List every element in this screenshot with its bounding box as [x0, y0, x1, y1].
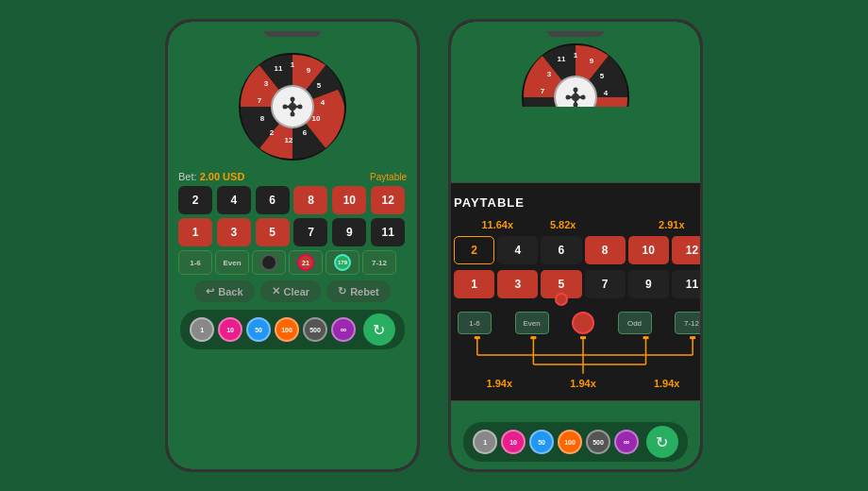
svg-rect-56: [690, 336, 695, 339]
bet-7-12[interactable]: 7-12: [362, 250, 396, 275]
paytable-bottom-multipliers: 1.94x 1.94x 1.94x: [454, 378, 703, 389]
chip-50[interactable]: 50: [246, 317, 271, 342]
svg-point-8: [291, 112, 295, 117]
clear-button[interactable]: ✕ Clear: [260, 280, 322, 302]
bet-grid-row1: 2 4 6 8 10 12: [178, 186, 407, 214]
paytable-modal: PAYTABLE × 11.64x 5.82x 2.91x 2 4 6 8 10: [448, 182, 703, 401]
svg-rect-53: [530, 336, 536, 339]
roulette-wheel: 1 9 5 4 10 6 12 2 8 7 3 11: [236, 50, 349, 163]
svg-text:3: 3: [264, 79, 269, 88]
multiplier-bottom-1: 1.94x: [487, 378, 513, 389]
rebet-button[interactable]: ↻ Rebet: [326, 280, 391, 302]
svg-point-6: [298, 105, 303, 110]
paytable-connection-lines: [454, 336, 703, 374]
chip-extra[interactable]: ∞: [331, 317, 356, 342]
grid-cell-9[interactable]: 9: [332, 218, 366, 246]
bet-amount: 2.00 USD: [200, 171, 245, 182]
phone1-screen: 1 9 5 4 10 6 12 2 8 7 3 11 Bet:: [168, 22, 417, 469]
grid-cell-11[interactable]: 11: [371, 218, 405, 246]
paytable-link[interactable]: Paytable: [370, 172, 407, 182]
svg-text:12: 12: [285, 136, 293, 144]
paytable-grid-row2: 1 3 5 7 9 11: [454, 270, 703, 298]
grid-cell-10[interactable]: 10: [332, 186, 366, 214]
multiplier-bottom-3: 1.94x: [654, 378, 680, 389]
bet-odd[interactable]: 179: [326, 250, 359, 275]
phones-container: 1 9 5 4 10 6 12 2 8 7 3 11 Bet:: [165, 19, 703, 472]
grid-cell-3[interactable]: 3: [217, 218, 251, 246]
bet-even[interactable]: Even: [215, 250, 249, 275]
svg-point-28: [574, 88, 578, 93]
svg-text:11: 11: [558, 55, 566, 63]
bet-black-chip[interactable]: [252, 250, 286, 275]
svg-text:9: 9: [590, 57, 594, 65]
wheel-svg: 1 9 5 4 10 6 12 2 8 7 3 11: [236, 50, 349, 163]
grid-cell-12[interactable]: 12: [371, 186, 405, 214]
rebet-icon: ↻: [338, 285, 346, 297]
phone2-screen: 1 9 5 4 10 6 12 2 8 7 3 11 PAYTABLE: [451, 22, 700, 469]
chip-1[interactable]: 1: [190, 317, 214, 342]
action-buttons: ↩ Back ✕ Clear ↻ Rebet: [194, 280, 390, 302]
chip2-extra[interactable]: ∞: [614, 430, 639, 454]
pt-cell-4: 4: [497, 236, 538, 264]
chip2-500[interactable]: 500: [586, 430, 610, 454]
pt-cell-11: 11: [672, 270, 703, 298]
paytable-lines-section: 1-6 Even Odd 7-12: [454, 304, 703, 389]
svg-text:2: 2: [270, 128, 275, 137]
grid-cell-6[interactable]: 6: [256, 186, 290, 214]
pt-cell-2: 2: [454, 236, 494, 264]
bet-red-chip[interactable]: 21: [289, 250, 323, 275]
grid-cell-2[interactable]: 2: [178, 186, 212, 214]
pt-special-1-6: 1-6: [458, 312, 492, 334]
chip2-1[interactable]: 1: [473, 430, 497, 454]
svg-rect-55: [643, 336, 649, 339]
svg-point-5: [283, 105, 288, 110]
chip-10[interactable]: 10: [218, 317, 242, 342]
svg-text:3: 3: [547, 70, 552, 78]
svg-text:10: 10: [595, 105, 604, 107]
pt-special-7-12: 7-12: [675, 312, 703, 334]
bet-1-6[interactable]: 1-6: [178, 250, 212, 275]
paytable-title: PAYTABLE: [454, 195, 525, 210]
pt-cell-8: 8: [585, 236, 626, 264]
svg-text:4: 4: [321, 98, 326, 107]
svg-text:8: 8: [543, 105, 548, 107]
paytable-grid-row1: 2 4 6 8 10 12: [454, 236, 703, 264]
grid-cell-1[interactable]: 1: [178, 218, 212, 246]
chip2-50[interactable]: 50: [529, 430, 554, 454]
pt-special-even: Even: [515, 312, 549, 334]
grid-cell-4[interactable]: 4: [217, 186, 251, 214]
svg-text:6: 6: [303, 128, 308, 137]
chips-row: 1 10 50 100 500 ∞ ↻: [180, 310, 405, 349]
chip-100[interactable]: 100: [275, 317, 299, 342]
clear-icon: ✕: [272, 285, 280, 297]
phone2-notch: [547, 31, 604, 37]
svg-text:7: 7: [258, 96, 262, 105]
grid-cell-5[interactable]: 5: [256, 218, 290, 246]
pt-cell-9: 9: [628, 270, 669, 298]
spin-button-2[interactable]: ↻: [646, 426, 678, 458]
svg-text:1: 1: [291, 60, 295, 69]
phone-2: 1 9 5 4 10 6 12 2 8 7 3 11 PAYTABLE: [448, 19, 703, 472]
pt-cell-3: 3: [497, 270, 538, 298]
svg-point-27: [581, 95, 586, 100]
svg-text:11: 11: [275, 64, 283, 73]
chip2-100[interactable]: 100: [558, 430, 582, 454]
multiplier-11: 11.64x: [481, 219, 513, 230]
multiplier-2: 2.91x: [659, 219, 685, 230]
grid-cell-8[interactable]: 8: [293, 186, 327, 214]
svg-text:5: 5: [317, 81, 322, 90]
grid-cell-7[interactable]: 7: [293, 218, 327, 246]
svg-text:8: 8: [260, 114, 265, 123]
spin-button[interactable]: ↻: [363, 313, 395, 346]
svg-text:9: 9: [307, 66, 311, 75]
pt-cell-5: 5: [541, 270, 581, 298]
back-button[interactable]: ↩ Back: [194, 280, 254, 302]
svg-text:1: 1: [574, 51, 578, 59]
phone-1: 1 9 5 4 10 6 12 2 8 7 3 11 Bet:: [165, 19, 420, 472]
phone-notch: [264, 31, 321, 37]
svg-rect-52: [475, 336, 480, 339]
chip2-10[interactable]: 10: [501, 430, 526, 454]
svg-text:10: 10: [312, 114, 321, 123]
pt-ball: [572, 312, 594, 334]
chip-500[interactable]: 500: [303, 317, 327, 342]
